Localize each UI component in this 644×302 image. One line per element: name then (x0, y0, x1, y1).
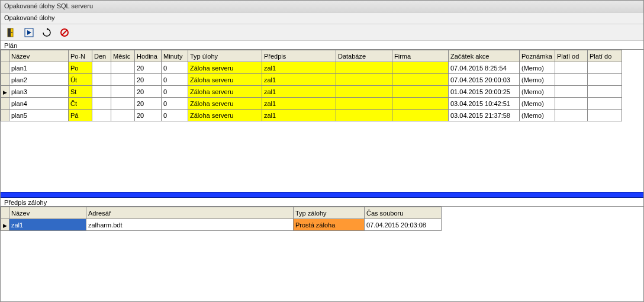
cell-den[interactable] (92, 74, 111, 86)
cell-min[interactable]: 0 (162, 74, 188, 86)
cell-firma[interactable] (392, 62, 449, 74)
cell-nazev[interactable]: plan3 (9, 86, 69, 98)
cell-predpis[interactable]: zal1 (262, 98, 336, 110)
cell-den[interactable] (92, 62, 111, 74)
col-pon[interactable]: Po-N (69, 50, 92, 62)
cell-do[interactable] (588, 98, 622, 110)
cell-firma[interactable] (392, 98, 449, 110)
col2-nazev[interactable]: Název (9, 207, 86, 219)
cell-od[interactable] (555, 86, 588, 98)
cell-pozn[interactable]: (Memo) (520, 86, 555, 98)
cell-den[interactable] (92, 86, 111, 98)
cell-hod[interactable]: 20 (135, 98, 162, 110)
cell-predpis[interactable]: zal1 (262, 110, 336, 121)
cell2-cas[interactable]: 07.04.2015 20:03:08 (365, 219, 442, 231)
table-row[interactable]: plan3St200Záloha serveruzal101.04.2015 2… (1, 86, 622, 98)
cell-db[interactable] (336, 110, 392, 121)
cell-mesic[interactable] (111, 98, 135, 110)
cell-nazev[interactable]: plan4 (9, 98, 69, 110)
table-row[interactable]: plan1Po200Záloha serveruzal107.04.2015 8… (1, 62, 622, 74)
col-min[interactable]: Minuty (162, 50, 188, 62)
cell-db[interactable] (336, 62, 392, 74)
cell-pozn[interactable]: (Memo) (520, 98, 555, 110)
col-mesic[interactable]: Měsíc (111, 50, 135, 62)
predpis-grid[interactable]: Název Adresář Typ zálohy Čas souboru zal… (1, 207, 442, 231)
no-entry-icon[interactable] (59, 27, 70, 38)
table-row[interactable]: plan2Út200Záloha serveruzal107.04.2015 2… (1, 74, 622, 86)
cell-den[interactable] (92, 110, 111, 121)
cell2-adresar[interactable]: zalharm.bdt (86, 219, 294, 231)
cell-hod[interactable]: 20 (135, 110, 162, 121)
cell-do[interactable] (588, 110, 622, 121)
cell-min[interactable]: 0 (162, 110, 188, 121)
panel-splitter[interactable] (1, 192, 643, 198)
col-od[interactable]: Platí od (555, 50, 588, 62)
plan-grid[interactable]: Název Po-N Den Měsíc Hodina Minuty Typ ú… (1, 50, 622, 121)
cell-mesic[interactable] (111, 62, 135, 74)
cell-min[interactable]: 0 (162, 98, 188, 110)
col-nazev[interactable]: Název (9, 50, 69, 62)
run-forward-icon[interactable] (23, 27, 35, 38)
cell2-typ[interactable]: Prostá záloha (294, 219, 365, 231)
col-pozn[interactable]: Poznámka (520, 50, 555, 62)
table-row[interactable]: plan4Čt200Záloha serveruzal103.04.2015 1… (1, 98, 622, 110)
cell-pon[interactable]: Pá (69, 110, 92, 121)
col2-cas[interactable]: Čas souboru (365, 207, 442, 219)
cell-nazev[interactable]: plan5 (9, 110, 69, 121)
cell-typ[interactable]: Záloha serveru (188, 98, 262, 110)
cell-min[interactable]: 0 (162, 86, 188, 98)
cell-typ[interactable]: Záloha serveru (188, 110, 262, 121)
col2-adresar[interactable]: Adresář (86, 207, 294, 219)
cell-typ[interactable]: Záloha serveru (188, 86, 262, 98)
cell-nazev[interactable]: plan1 (9, 62, 69, 74)
col-do[interactable]: Platí do (588, 50, 622, 62)
cell-od[interactable] (555, 74, 588, 86)
cell-predpis[interactable]: zal1 (262, 86, 336, 98)
exit-door-icon[interactable] (5, 27, 17, 38)
cell-pon[interactable]: St (69, 86, 92, 98)
cell2-nazev[interactable]: zal1 (9, 219, 86, 231)
cell-start[interactable]: 01.04.2015 20:00:25 (449, 86, 520, 98)
cell-min[interactable]: 0 (162, 62, 188, 74)
col-start[interactable]: Začátek akce (449, 50, 520, 62)
cell-od[interactable] (555, 62, 588, 74)
cell-db[interactable] (336, 86, 392, 98)
cell-pon[interactable]: Út (69, 74, 92, 86)
cell-predpis[interactable]: zal1 (262, 62, 336, 74)
cell-mesic[interactable] (111, 74, 135, 86)
col-predpis[interactable]: Předpis (262, 50, 336, 62)
refresh-icon[interactable] (41, 27, 53, 38)
cell-pozn[interactable]: (Memo) (520, 74, 555, 86)
cell-pozn[interactable]: (Memo) (520, 110, 555, 121)
col-hod[interactable]: Hodina (135, 50, 162, 62)
col-db[interactable]: Databáze (336, 50, 392, 62)
cell-db[interactable] (336, 98, 392, 110)
cell-den[interactable] (92, 98, 111, 110)
col-firma[interactable]: Firma (392, 50, 449, 62)
cell-pozn[interactable]: (Memo) (520, 62, 555, 74)
cell-typ[interactable]: Záloha serveru (188, 74, 262, 86)
cell-mesic[interactable] (111, 110, 135, 121)
cell-hod[interactable]: 20 (135, 62, 162, 74)
col2-typ[interactable]: Typ zálohy (294, 207, 365, 219)
cell-mesic[interactable] (111, 86, 135, 98)
table-row[interactable]: plan5Pá200Záloha serveruzal103.04.2015 2… (1, 110, 622, 121)
cell-typ[interactable]: Záloha serveru (188, 62, 262, 74)
cell-start[interactable]: 03.04.2015 21:37:58 (449, 110, 520, 121)
cell-pon[interactable]: Po (69, 62, 92, 74)
cell-firma[interactable] (392, 74, 449, 86)
cell-do[interactable] (588, 74, 622, 86)
menu-item-tasks[interactable]: Opakované úlohy (4, 14, 55, 21)
cell-od[interactable] (555, 98, 588, 110)
cell-start[interactable]: 07.04.2015 8:25:54 (449, 62, 520, 74)
cell-pon[interactable]: Čt (69, 98, 92, 110)
cell-do[interactable] (588, 86, 622, 98)
cell-od[interactable] (555, 110, 588, 121)
cell-nazev[interactable]: plan2 (9, 74, 69, 86)
col-typ[interactable]: Typ úlohy (188, 50, 262, 62)
table-row[interactable]: zal1zalharm.bdtProstá záloha07.04.2015 2… (1, 219, 442, 231)
cell-db[interactable] (336, 74, 392, 86)
cell-predpis[interactable]: zal1 (262, 74, 336, 86)
cell-firma[interactable] (392, 86, 449, 98)
col-den[interactable]: Den (92, 50, 111, 62)
